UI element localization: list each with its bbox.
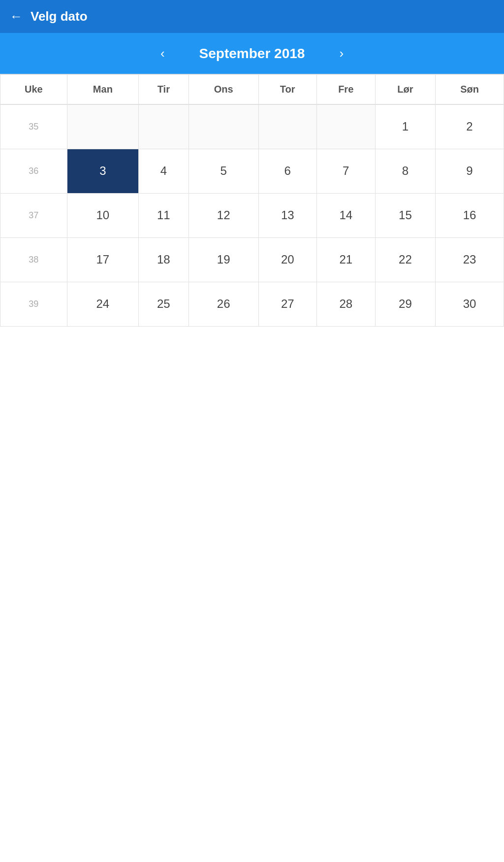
day-cell[interactable]: 11 — [139, 193, 189, 237]
day-cell[interactable]: 2 — [436, 104, 504, 149]
prev-month-button[interactable]: ‹ — [156, 44, 170, 63]
day-cell[interactable]: 16 — [436, 193, 504, 237]
header-ons: Ons — [189, 75, 258, 105]
day-cell — [139, 104, 189, 149]
calendar-week-row: 3924252627282930 — [0, 282, 504, 326]
day-cell[interactable]: 15 — [375, 193, 435, 237]
day-cell[interactable]: 18 — [139, 237, 189, 282]
day-cell[interactable]: 8 — [375, 149, 435, 193]
week-number: 37 — [0, 193, 67, 237]
calendar-week-row: 3512 — [0, 104, 504, 149]
day-cell[interactable]: 1 — [375, 104, 435, 149]
day-cell[interactable]: 5 — [189, 149, 258, 193]
day-cell[interactable]: 12 — [189, 193, 258, 237]
week-number: 39 — [0, 282, 67, 326]
month-navigation: ‹ September 2018 › — [0, 33, 504, 74]
next-month-button[interactable]: › — [334, 44, 348, 63]
back-button[interactable]: ← — [10, 9, 23, 24]
day-cell — [258, 104, 316, 149]
header-tir: Tir — [139, 75, 189, 105]
calendar-header-row: Uke Man Tir Ons Tor Fre Lør Søn — [0, 75, 504, 105]
day-cell[interactable]: 23 — [436, 237, 504, 282]
page-title: Velg dato — [31, 9, 88, 24]
week-number: 36 — [0, 149, 67, 193]
calendar: Uke Man Tir Ons Tor Fre Lør Søn 35123634… — [0, 74, 504, 327]
day-cell[interactable]: 21 — [316, 237, 375, 282]
day-cell[interactable]: 4 — [139, 149, 189, 193]
day-cell[interactable]: 20 — [258, 237, 316, 282]
day-cell[interactable]: 10 — [67, 193, 138, 237]
day-cell[interactable]: 7 — [316, 149, 375, 193]
day-cell[interactable]: 6 — [258, 149, 316, 193]
day-cell[interactable]: 9 — [436, 149, 504, 193]
header-lor: Lør — [375, 75, 435, 105]
day-cell[interactable]: 29 — [375, 282, 435, 326]
day-cell[interactable]: 3 — [67, 149, 138, 193]
month-year-label: September 2018 — [199, 46, 305, 62]
day-cell[interactable]: 25 — [139, 282, 189, 326]
day-cell[interactable]: 30 — [436, 282, 504, 326]
calendar-week-row: 3710111213141516 — [0, 193, 504, 237]
day-cell[interactable]: 22 — [375, 237, 435, 282]
day-cell[interactable]: 27 — [258, 282, 316, 326]
week-number: 35 — [0, 104, 67, 149]
calendar-week-row: 3817181920212223 — [0, 237, 504, 282]
day-cell — [189, 104, 258, 149]
day-cell[interactable]: 28 — [316, 282, 375, 326]
day-cell[interactable]: 19 — [189, 237, 258, 282]
day-cell — [316, 104, 375, 149]
header-uke: Uke — [0, 75, 67, 105]
day-cell[interactable]: 17 — [67, 237, 138, 282]
day-cell[interactable]: 26 — [189, 282, 258, 326]
day-cell — [67, 104, 138, 149]
calendar-week-row: 363456789 — [0, 149, 504, 193]
top-bar: ← Velg dato — [0, 0, 504, 33]
week-number: 38 — [0, 237, 67, 282]
day-cell[interactable]: 14 — [316, 193, 375, 237]
header-son: Søn — [436, 75, 504, 105]
header-man: Man — [67, 75, 138, 105]
day-cell[interactable]: 24 — [67, 282, 138, 326]
header-tor: Tor — [258, 75, 316, 105]
day-cell[interactable]: 13 — [258, 193, 316, 237]
header-fre: Fre — [316, 75, 375, 105]
calendar-table: Uke Man Tir Ons Tor Fre Lør Søn 35123634… — [0, 74, 504, 327]
